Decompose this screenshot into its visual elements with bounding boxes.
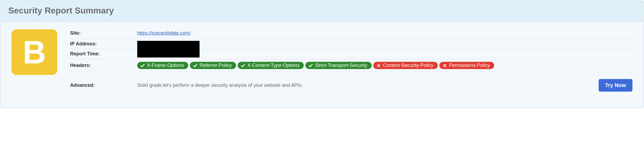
header-pill-label: Permissions-Policy xyxy=(449,63,490,68)
header-pill-label: Referrer-Policy xyxy=(200,63,232,68)
header-pill-content-security-policy[interactable]: Content-Security-Policy xyxy=(373,62,438,69)
panel-title: Security Report Summary xyxy=(8,6,636,16)
row-site: Site: https://icecandidate.com/ xyxy=(70,29,632,39)
label-site: Site: xyxy=(70,30,137,36)
panel-body: B Site: https://icecandidate.com/ IP Add… xyxy=(1,22,643,108)
headers-pill-container: X-Frame-OptionsReferrer-PolicyX-Content-… xyxy=(137,62,494,69)
label-ip: IP Address: xyxy=(70,41,137,47)
row-advanced: Advanced: Solid grade,let's perform a de… xyxy=(70,72,632,99)
cross-icon xyxy=(377,63,381,68)
site-link[interactable]: https://icecandidate.com/ xyxy=(137,30,191,36)
redacted-block xyxy=(137,41,200,58)
try-now-button[interactable]: Try Now xyxy=(599,79,632,92)
panel-header: Security Report Summary xyxy=(1,1,643,22)
check-icon xyxy=(241,63,245,68)
header-pill-x-content-type-options[interactable]: X-Content-Type-Options xyxy=(238,62,304,69)
header-pill-permissions-policy[interactable]: Permissions-Policy xyxy=(439,62,494,69)
row-ip: IP Address: xyxy=(70,39,632,49)
header-pill-label: X-Frame-Options xyxy=(147,63,184,68)
value-headers: X-Frame-OptionsReferrer-PolicyX-Content-… xyxy=(137,62,632,69)
grade-badge: B xyxy=(12,29,57,75)
grade-letter: B xyxy=(23,34,46,71)
header-pill-label: Strict-Transport-Security xyxy=(315,63,367,68)
details-table: Site: https://icecandidate.com/ IP Addre… xyxy=(70,29,632,99)
row-headers: Headers: X-Frame-OptionsReferrer-PolicyX… xyxy=(70,59,632,72)
header-pill-strict-transport-security[interactable]: Strict-Transport-Security xyxy=(305,62,371,69)
header-pill-x-frame-options[interactable]: X-Frame-Options xyxy=(137,62,188,69)
security-report-panel: Security Report Summary B Site: https://… xyxy=(1,1,643,108)
header-pill-referrer-policy[interactable]: Referrer-Policy xyxy=(190,62,236,69)
value-site: https://icecandidate.com/ xyxy=(137,30,632,36)
header-pill-label: Content-Security-Policy xyxy=(383,63,433,68)
advanced-text: Solid grade,let's perform a deeper secur… xyxy=(137,82,303,88)
check-icon xyxy=(193,63,197,68)
check-icon xyxy=(309,63,313,68)
label-advanced: Advanced: xyxy=(70,82,137,88)
label-headers: Headers: xyxy=(70,63,137,68)
cross-icon xyxy=(443,63,447,68)
value-advanced: Solid grade,let's perform a deeper secur… xyxy=(137,79,632,92)
label-report-time: Report Time: xyxy=(70,51,137,57)
check-icon xyxy=(140,63,145,68)
header-pill-label: X-Content-Type-Options xyxy=(247,63,299,68)
